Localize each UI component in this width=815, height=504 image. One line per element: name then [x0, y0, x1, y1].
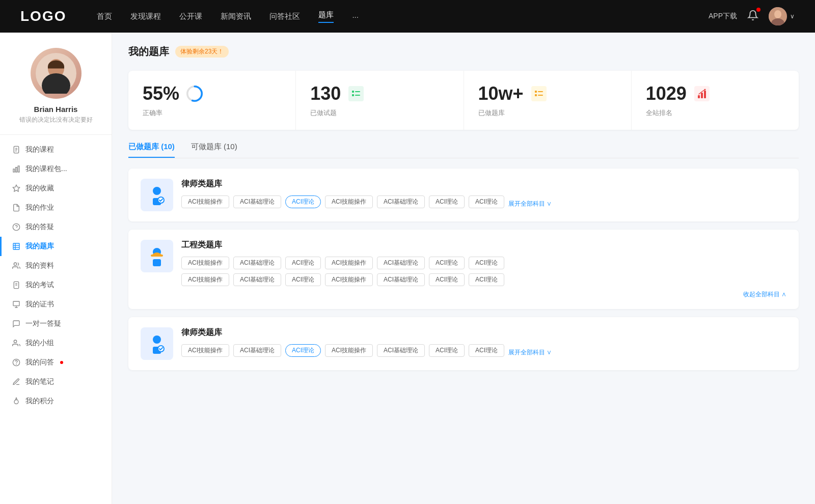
tag[interactable]: ACI技能操作 — [181, 257, 229, 269]
bank-card-header: 律师类题库 ACI技能操作 ACI基础理论 ACI理论 ACI技能操作 ACI基… — [141, 327, 786, 360]
stat-main: 10w+ — [478, 83, 617, 104]
sidebar-item-label: 我的收藏 — [25, 184, 54, 193]
sidebar-item-course-pack[interactable]: 我的课程包... — [0, 159, 112, 179]
chevron-down-icon: ∨ — [790, 13, 795, 20]
svg-rect-34 — [352, 94, 354, 96]
tag[interactable]: ACI基础理论 — [233, 195, 281, 208]
avatar — [769, 7, 787, 25]
sidebar-item-label: 我的课程 — [25, 145, 54, 154]
tag[interactable]: ACI技能操作 — [181, 195, 229, 208]
star-icon — [12, 184, 20, 192]
svg-point-46 — [153, 187, 161, 195]
sidebar-item-my-bank[interactable]: 我的题库 — [0, 237, 112, 256]
sidebar-item-my-courses[interactable]: 我的课程 — [0, 140, 112, 159]
tag[interactable]: ACI理论 — [429, 257, 465, 269]
tag[interactable]: ACI理论 — [469, 273, 504, 286]
nav-more[interactable]: ··· — [352, 12, 359, 21]
svg-point-27 — [16, 364, 17, 365]
notification-bell[interactable] — [747, 10, 758, 23]
tag[interactable]: ACI技能操作 — [181, 344, 229, 357]
stat-value: 130 — [310, 83, 341, 104]
stat-main: 130 — [310, 83, 449, 104]
group-icon — [12, 339, 20, 347]
tag[interactable]: ACI基础理论 — [233, 257, 281, 269]
sidebar-item-my-group[interactable]: 我的小组 — [0, 333, 112, 353]
tag[interactable]: ACI技能操作 — [325, 195, 373, 208]
stat-value: 1029 — [646, 83, 687, 104]
stat-label: 已做试题 — [310, 108, 449, 118]
nav-news[interactable]: 新闻资讯 — [221, 12, 251, 21]
tag[interactable]: ACI基础理论 — [377, 195, 425, 208]
svg-rect-43 — [701, 93, 703, 98]
tag[interactable]: ACI技能操作 — [181, 273, 229, 286]
qmark-icon — [12, 358, 20, 367]
expand-button[interactable]: 展开全部科目 ∨ — [508, 348, 552, 357]
tag[interactable]: ACI基础理论 — [377, 257, 425, 269]
nav-open-course[interactable]: 公开课 — [179, 12, 202, 21]
sidebar-item-label: 一对一答疑 — [25, 319, 61, 328]
tag[interactable]: ACI技能操作 — [325, 273, 373, 286]
stat-label: 全站排名 — [646, 108, 784, 118]
sidebar-item-my-qa[interactable]: 我的答疑 — [0, 217, 112, 237]
sidebar-item-favorites[interactable]: 我的收藏 — [0, 179, 112, 198]
tab-available-banks[interactable]: 可做题库 (10) — [191, 142, 237, 158]
tab-done-banks[interactable]: 已做题库 (10) — [128, 142, 175, 158]
tag[interactable]: ACI理论 — [285, 257, 321, 269]
tag[interactable]: ACI理论 — [469, 344, 504, 357]
tag[interactable]: ACI基础理论 — [233, 273, 281, 286]
nav-discover[interactable]: 发现课程 — [130, 12, 161, 21]
trial-badge: 体验剩余23天！ — [175, 46, 229, 58]
sidebar-item-my-questions[interactable]: 我的问答 — [0, 353, 112, 372]
svg-rect-31 — [348, 86, 364, 101]
sidebar-item-my-profile[interactable]: 我的资料 — [0, 256, 112, 275]
sidebar-item-label: 我的考试 — [25, 281, 54, 290]
svg-marker-13 — [13, 185, 19, 191]
pie-chart-icon — [185, 85, 204, 103]
tag[interactable]: ACI理论 — [429, 273, 465, 286]
doc-icon — [12, 204, 20, 212]
tag[interactable]: ACI理论 — [469, 257, 504, 269]
sidebar-item-my-cert[interactable]: 我的证书 — [0, 295, 112, 314]
tag[interactable]: ACI理论 — [429, 195, 465, 208]
tag[interactable]: ACI理论 — [429, 344, 465, 357]
page-title-bar: 我的题库 体验剩余23天！ — [128, 45, 799, 59]
sidebar-item-my-points[interactable]: 我的积分 — [0, 391, 112, 411]
sidebar-item-homework[interactable]: 我的作业 — [0, 198, 112, 217]
tag[interactable]: ACI基础理论 — [377, 344, 425, 357]
tag[interactable]: ACI理论 — [285, 273, 321, 286]
nav-menu: 首页 发现课程 公开课 新闻资讯 问答社区 题库 ··· — [97, 10, 709, 23]
sidebar-item-label: 我的问答 — [25, 358, 54, 367]
tag-active[interactable]: ACI理论 — [285, 344, 321, 357]
cert-icon — [12, 300, 20, 309]
profile-section: Brian Harris 错误的决定比没有决定要好 — [0, 48, 112, 135]
stat-main: 1029 — [646, 83, 784, 104]
tag-active[interactable]: ACI理论 — [285, 195, 321, 208]
list-green-icon — [347, 85, 365, 103]
sidebar-item-my-exam[interactable]: 我的考试 — [0, 275, 112, 295]
user-avatar-menu[interactable]: ∨ — [769, 7, 795, 25]
tag[interactable]: ACI基础理论 — [233, 344, 281, 357]
logo[interactable]: LOGO — [20, 8, 66, 24]
nav-qa[interactable]: 问答社区 — [269, 12, 300, 21]
expand-button[interactable]: 展开全部科目 ∨ — [508, 200, 552, 208]
collapse-button[interactable]: 收起全部科目 ∧ — [181, 290, 786, 299]
tag[interactable]: ACI技能操作 — [325, 344, 373, 357]
tag[interactable]: ACI理论 — [469, 195, 504, 208]
tag[interactable]: ACI技能操作 — [325, 257, 373, 269]
page-title: 我的题库 — [128, 45, 169, 59]
svg-rect-44 — [704, 91, 706, 98]
bank-info: 律师类题库 ACI技能操作 ACI基础理论 ACI理论 ACI技能操作 ACI基… — [181, 179, 786, 208]
app-download[interactable]: APP下载 — [709, 12, 737, 21]
navbar: LOGO 首页 发现课程 公开课 新闻资讯 问答社区 题库 ··· APP下载 … — [0, 0, 815, 33]
svg-rect-10 — [13, 169, 15, 172]
people-icon — [12, 262, 20, 270]
tag[interactable]: ACI基础理论 — [377, 273, 425, 286]
note-icon — [12, 378, 20, 386]
bank-title: 工程类题库 — [181, 240, 786, 250]
sidebar-item-one-on-one[interactable]: 一对一答疑 — [0, 314, 112, 333]
nav-home[interactable]: 首页 — [97, 12, 112, 21]
table-icon — [12, 242, 20, 250]
sidebar-item-my-notes[interactable]: 我的笔记 — [0, 372, 112, 391]
nav-bank[interactable]: 题库 — [318, 10, 334, 23]
sidebar-item-label: 我的答疑 — [25, 222, 54, 232]
